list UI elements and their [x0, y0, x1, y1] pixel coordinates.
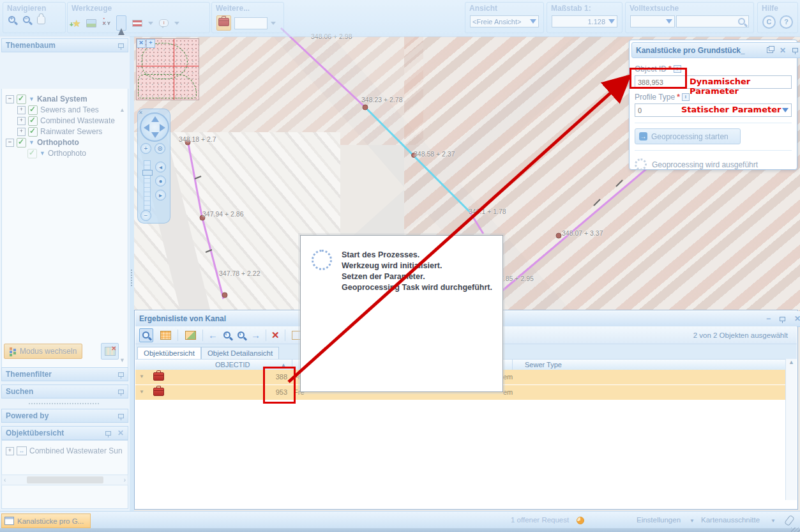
themenbaum-header[interactable]: Themenbaum	[1, 38, 128, 52]
paperclip-icon[interactable]	[784, 515, 795, 526]
chevron-down-icon[interactable]: ▼	[40, 150, 45, 156]
next-extent-button[interactable]: ▸	[155, 190, 166, 201]
previous-extent-button[interactable]: ◂	[155, 162, 166, 172]
info-icon[interactable]: i	[674, 65, 681, 73]
taskbar-item-kanalstuecke[interactable]: Kanalstücke pro G...	[1, 513, 91, 528]
tree-item-kanal-system[interactable]: − ▼ Kanal System	[6, 94, 128, 104]
copyright-button[interactable]: C	[762, 15, 776, 29]
scroll-down-icon[interactable]: ▼	[119, 357, 125, 363]
pan-compass[interactable]	[140, 112, 169, 142]
column-header-objectid[interactable]: OBJECTID	[215, 361, 250, 369]
vertical-scrollbar[interactable]: ▲	[785, 359, 797, 500]
info-balloon-icon[interactable]: i	[159, 19, 169, 27]
profile-type-select[interactable]: 0 Statischer Parameter	[635, 103, 792, 117]
search-icon[interactable]	[737, 17, 746, 26]
row-expand-icon[interactable]: ▼	[139, 389, 144, 395]
previous-record-icon[interactable]: ←	[208, 330, 218, 340]
zoom-slider[interactable]	[144, 160, 151, 211]
close-icon[interactable]: ✕	[117, 430, 124, 436]
close-icon[interactable]: ✕	[794, 315, 800, 322]
close-icon[interactable]: ✕	[137, 39, 146, 48]
goto-coordinates-icon[interactable]: X Y	[102, 20, 110, 26]
zoom-out-icon[interactable]: −	[22, 15, 31, 24]
select-tool-button[interactable]	[139, 328, 153, 342]
export-image-icon[interactable]	[86, 19, 96, 27]
object-id-input[interactable]: 388,953 Dynamischer Parameter	[635, 75, 792, 89]
flag-dropdown-icon[interactable]	[148, 22, 153, 25]
tool-dropdown-icon[interactable]	[271, 22, 276, 25]
pan-south-icon[interactable]	[151, 132, 159, 138]
toolbox-tool-button[interactable]	[216, 15, 231, 31]
horizontal-scrollbar[interactable]: ‹ ›	[1, 475, 128, 485]
collapse-icon[interactable]: −	[6, 139, 14, 147]
zoom-in-button[interactable]: +	[140, 143, 151, 154]
zoom-next-icon[interactable]: ›	[237, 331, 246, 340]
tree-item-rainwater-sewers[interactable]: + Rainwater Sewers	[17, 126, 128, 137]
collapse-icon[interactable]: −	[6, 95, 14, 103]
search-category-select[interactable]	[630, 15, 675, 27]
checkbox-checked-disabled[interactable]	[27, 149, 37, 158]
relate-icon[interactable]: ↔	[17, 446, 27, 455]
tree-item-combined-wastewater[interactable]: + Combined Wastewate	[17, 116, 128, 126]
search-input[interactable]	[676, 15, 749, 27]
pin-icon[interactable]	[792, 48, 798, 52]
tree-item-sewers-and-tees[interactable]: + Sewers and Tees	[17, 105, 128, 115]
ansicht-select[interactable]: <Freie Ansicht>	[470, 15, 539, 27]
tab-objekt-detailansicht[interactable]: Objekt Detailansicht	[201, 347, 279, 359]
resize-grip[interactable]	[791, 528, 800, 532]
chevron-down-icon[interactable]: ▼	[690, 518, 695, 524]
pan-hand-icon[interactable]	[37, 15, 45, 24]
chevron-down-icon[interactable]: ▼	[771, 518, 776, 524]
expand-icon[interactable]: +	[17, 128, 26, 136]
einstellungen-menu[interactable]: Einstellungen	[637, 516, 681, 524]
next-record-icon[interactable]: →	[251, 330, 260, 340]
zoom-in-icon[interactable]: +	[8, 15, 17, 24]
overview-item-combined-wastewater[interactable]: + ↔ Combined Wastewater Sun	[6, 446, 128, 456]
full-extent-button[interactable]: ⊛	[155, 143, 165, 154]
scroll-right-icon[interactable]: ›	[124, 476, 126, 483]
column-header-sewer-type[interactable]: Sewer Type	[525, 361, 562, 369]
center-button[interactable]: ●	[155, 176, 166, 186]
pin-icon[interactable]	[118, 414, 124, 418]
checkbox-checked[interactable]	[17, 138, 26, 148]
close-icon[interactable]: ✕	[139, 110, 143, 116]
chevron-down-icon[interactable]: ▼	[29, 139, 34, 146]
scroll-left-icon[interactable]: ‹	[4, 476, 6, 483]
checkbox-checked[interactable]	[28, 127, 38, 137]
move-icon[interactable]: +	[146, 39, 155, 48]
overview-map[interactable]: ✕ +	[136, 38, 199, 100]
info-icon[interactable]: i	[682, 93, 690, 101]
row-expand-icon[interactable]: ▼	[139, 374, 144, 379]
scroll-up-icon[interactable]: ▲	[789, 359, 794, 365]
tab-objektuebersicht[interactable]: Objektübersicht	[137, 347, 201, 359]
pin-icon[interactable]	[118, 372, 124, 377]
kartenausschnitte-menu[interactable]: Kartenausschnitte	[701, 516, 760, 524]
tool-combobox[interactable]	[234, 17, 268, 29]
themenfilter-header[interactable]: Themenfilter	[1, 367, 128, 381]
modus-wechseln-button[interactable]: Modus wechseln	[4, 344, 82, 359]
geoprocessing-panel-header[interactable]: Kanalstücke pro Grundstück_ ✕	[631, 42, 800, 58]
vertical-splitter[interactable]	[130, 36, 134, 511]
add-favorite-icon[interactable]: ★+	[72, 19, 80, 27]
pan-east-icon[interactable]	[160, 124, 165, 132]
clear-selection-map-button[interactable]	[101, 343, 119, 360]
checkbox-checked[interactable]	[28, 105, 38, 115]
restore-icon[interactable]	[767, 47, 773, 53]
scroll-up-icon[interactable]: ▲	[119, 107, 125, 113]
pin-icon[interactable]	[780, 317, 785, 321]
table-view-button[interactable]	[158, 328, 172, 342]
sort-asc-icon[interactable]: ▲	[281, 362, 286, 368]
zoom-slider-thumb[interactable]	[142, 170, 153, 176]
splitter-handle[interactable]	[29, 403, 99, 404]
tree-item-orthophoto[interactable]: ▼ Orthophoto	[27, 148, 128, 158]
column-divider[interactable]	[292, 360, 292, 370]
powered-by-header[interactable]: Powered by	[1, 409, 128, 423]
checkbox-checked[interactable]	[28, 116, 38, 126]
tree-item-orthophoto-group[interactable]: − ▼ Orthophoto	[6, 137, 128, 148]
suchen-header[interactable]: Suchen	[1, 384, 128, 399]
select-tool-button[interactable]	[116, 15, 126, 31]
pin-icon[interactable]	[118, 43, 124, 48]
chevron-down-icon[interactable]: ▼	[29, 96, 34, 102]
column-divider[interactable]	[512, 360, 513, 370]
minimize-icon[interactable]: −	[766, 314, 771, 323]
